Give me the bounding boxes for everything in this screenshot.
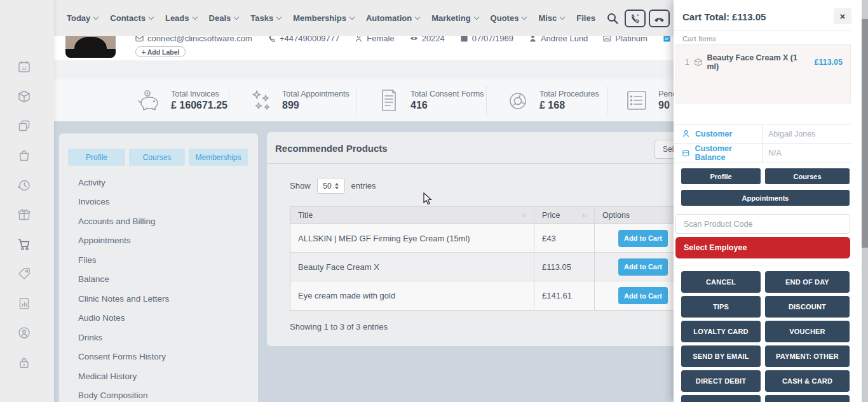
account-icon[interactable] bbox=[17, 326, 31, 340]
phone-call-icon bbox=[630, 14, 640, 23]
add-to-cart-button[interactable]: Add to Cart bbox=[618, 258, 668, 276]
nav-leads[interactable]: Leads bbox=[165, 13, 197, 23]
nav-contacts[interactable]: Contacts bbox=[110, 13, 153, 23]
cash-and-card-button[interactable]: CASH & CARD bbox=[765, 370, 850, 392]
select-employee-button[interactable]: Select Employee bbox=[675, 237, 850, 258]
page-size-select[interactable]: 50 bbox=[317, 178, 345, 194]
cube-icon[interactable] bbox=[17, 90, 31, 104]
scan-product-code-input[interactable] bbox=[675, 214, 850, 234]
nav-misc[interactable]: Misc bbox=[538, 13, 564, 23]
sort-icon[interactable]: ↑↓ bbox=[522, 212, 526, 218]
sidebar-item-appointments[interactable]: Appointments bbox=[78, 231, 169, 251]
nav-memberships[interactable]: Memberships bbox=[293, 13, 354, 23]
nav-files[interactable]: Files bbox=[576, 13, 595, 23]
product-title-cell: Beauty Face Cream X bbox=[290, 253, 534, 281]
tab-courses[interactable]: Courses bbox=[129, 149, 185, 166]
calendar-icon[interactable]: 12 bbox=[17, 60, 31, 74]
tag-icon[interactable] bbox=[17, 267, 31, 281]
sidebar-item-medical-history[interactable]: Medical History bbox=[78, 366, 169, 386]
nav-label: Quotes bbox=[491, 13, 519, 23]
phone-handset-button[interactable] bbox=[649, 10, 670, 27]
stat-total-appointments: Total Appointments899 bbox=[248, 88, 349, 113]
tab-profile[interactable]: Profile bbox=[68, 149, 125, 166]
scrollbar-thumb[interactable] bbox=[862, 19, 868, 248]
page-scrollbar[interactable] bbox=[862, 0, 868, 402]
show-label: Show bbox=[290, 181, 311, 191]
column-title[interactable]: Title↑↓ bbox=[290, 207, 534, 224]
cancel-button[interactable]: CANCEL bbox=[681, 271, 761, 293]
profile-tabs: Profile Courses Memberships bbox=[68, 149, 248, 166]
mouse-cursor bbox=[423, 192, 433, 206]
courses-button[interactable]: Courses bbox=[765, 168, 850, 184]
payment-other-button[interactable]: PAYMENT: OTHER bbox=[765, 345, 850, 367]
nav-quotes[interactable]: Quotes bbox=[491, 13, 527, 23]
chevron-down-icon bbox=[192, 15, 197, 20]
tips-button[interactable]: TIPS bbox=[681, 296, 761, 318]
sort-icon[interactable]: ↑↓ bbox=[582, 212, 587, 218]
phone-call-button[interactable] bbox=[625, 10, 646, 27]
cart-item-row[interactable]: 1 Beauty Face Cream X (1 ml) £113.05 bbox=[676, 44, 850, 71]
cart-items-box: 1 Beauty Face Cream X (1 ml) £113.05 bbox=[675, 44, 851, 104]
tab-memberships[interactable]: Memberships bbox=[189, 149, 248, 166]
chevron-down-icon bbox=[93, 15, 98, 20]
gift-icon[interactable] bbox=[17, 208, 31, 222]
customer-label: Customer bbox=[695, 130, 732, 138]
clipped-button[interactable] bbox=[681, 395, 761, 402]
card-title: Recommended Products bbox=[275, 143, 388, 154]
cart-icon[interactable] bbox=[17, 238, 31, 251]
column-price[interactable]: Price↑↓ bbox=[534, 207, 595, 224]
report-icon[interactable] bbox=[17, 297, 31, 311]
end-of-day-button[interactable]: END OF DAY bbox=[765, 271, 850, 293]
nav-deals[interactable]: Deals bbox=[209, 13, 239, 23]
chevron-down-icon bbox=[522, 15, 527, 20]
close-icon[interactable]: × bbox=[834, 8, 851, 24]
chevron-down-icon bbox=[473, 15, 478, 20]
sidebar-item-consent-forms-history[interactable]: Consent Forms History bbox=[78, 347, 169, 367]
sidebar-item-invoices[interactable]: Invoices bbox=[78, 192, 169, 212]
discount-button[interactable]: DISCOUNT bbox=[765, 296, 850, 318]
stat-total-procedures: Total Procedures£ 168 bbox=[505, 88, 599, 113]
send-by-email-button[interactable]: SEND BY EMAIL bbox=[681, 345, 761, 367]
nav-automation[interactable]: Automation bbox=[366, 13, 419, 23]
customer-balance-row[interactable]: Customer Balance N/A bbox=[674, 144, 852, 163]
sidebar-item-body-composition[interactable]: Body Composition bbox=[78, 386, 169, 402]
chevron-down-icon bbox=[234, 15, 239, 20]
copy-icon[interactable] bbox=[17, 119, 31, 133]
sidebar-item-clinic-notes[interactable]: Clinic Notes and Letters bbox=[78, 289, 169, 309]
sidebar-item-accounts-and-billing[interactable]: Accounts and Billing bbox=[78, 211, 169, 231]
search-icon[interactable] bbox=[607, 13, 618, 24]
profile-button[interactable]: Profile bbox=[681, 168, 761, 184]
shopping-bag-icon[interactable] bbox=[17, 149, 31, 163]
nav-marketing[interactable]: Marketing bbox=[431, 13, 478, 23]
nav-label: Tasks bbox=[250, 13, 273, 23]
sidebar-item-audio-notes[interactable]: Audio Notes bbox=[78, 309, 169, 328]
main-nav: Today Contacts Leads Deals Tasks Members… bbox=[67, 0, 595, 36]
chevron-down-icon bbox=[415, 15, 420, 20]
lock-icon[interactable] bbox=[17, 356, 31, 370]
column-label: Options bbox=[602, 211, 630, 220]
nav-today[interactable]: Today bbox=[67, 13, 98, 23]
clipped-button[interactable] bbox=[765, 395, 850, 402]
loyalty-card-button[interactable]: LOYALTY CARD bbox=[681, 321, 761, 342]
coins-icon bbox=[682, 149, 690, 157]
sidebar-item-balance[interactable]: Balance bbox=[78, 270, 169, 290]
customer-table: Customer Abigail Jones Customer Balance … bbox=[674, 124, 852, 163]
add-to-cart-button[interactable]: Add to Cart bbox=[618, 287, 668, 304]
profile-nav-card: Profile Courses Memberships Activity Inv… bbox=[59, 133, 258, 402]
cart-panel: Cart Total: £113.05 × Cart Items 1 Beaut… bbox=[674, 0, 868, 402]
entries-control: Show 50 entries bbox=[290, 178, 376, 194]
divider bbox=[674, 30, 852, 31]
sidebar-item-drinks[interactable]: Drinks bbox=[78, 328, 169, 347]
customer-row[interactable]: Customer Abigail Jones bbox=[674, 124, 852, 144]
direct-debit-button[interactable]: DIRECT DEBIT bbox=[681, 370, 761, 392]
add-to-cart-button[interactable]: Add to Cart bbox=[618, 230, 668, 247]
sidebar-item-files[interactable]: Files bbox=[78, 250, 169, 270]
appointments-button[interactable]: Appointments bbox=[681, 190, 850, 206]
item-name: Beauty Face Cream X (1 ml) bbox=[707, 53, 810, 71]
add-label-button[interactable]: + Add Label bbox=[135, 46, 186, 57]
nav-tasks[interactable]: Tasks bbox=[250, 13, 281, 23]
voucher-button[interactable]: VOUCHER bbox=[765, 321, 850, 342]
history-icon[interactable] bbox=[17, 178, 31, 192]
product-price-cell: £43 bbox=[534, 224, 595, 252]
sidebar-item-activity[interactable]: Activity bbox=[78, 173, 169, 192]
